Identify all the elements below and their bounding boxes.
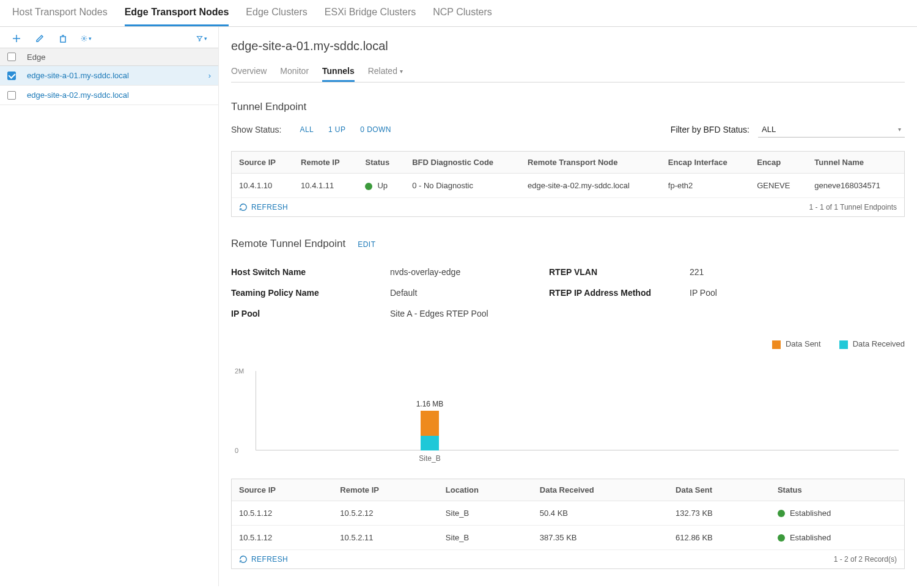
kv-ip-pool-val: Site A - Edges RTEP Pool xyxy=(390,309,549,318)
col-source-ip[interactable]: Source IP xyxy=(232,152,293,174)
tab-host-transport-nodes[interactable]: Host Transport Nodes xyxy=(12,0,108,26)
filter-icon[interactable]: ▾ xyxy=(196,33,207,44)
kv-ip-method-label: RTEP IP Address Method xyxy=(549,288,690,298)
table-row[interactable]: 10.4.1.10 10.4.1.11 Up 0 - No Diagnostic… xyxy=(232,174,904,198)
list-item[interactable]: edge-site-a-02.my-sddc.local xyxy=(0,86,218,105)
ytick-top: 2M xyxy=(235,367,244,375)
col-status[interactable]: Status xyxy=(358,152,405,174)
legend-recv-label: Data Received xyxy=(853,339,905,348)
cell-remote-ip: 10.5.2.12 xyxy=(333,501,438,525)
refresh-label: REFRESH xyxy=(251,555,288,564)
cell-status: Established xyxy=(770,501,904,525)
cell-tunnel-name: geneve168034571 xyxy=(807,174,904,198)
kv-rtep-vlan-label: RTEP VLAN xyxy=(549,267,690,277)
kv-teaming-val: Default xyxy=(390,288,549,298)
col-data-sent[interactable]: Data Sent xyxy=(668,479,770,501)
rtep-table: Source IP Remote IP Location Data Receiv… xyxy=(231,479,905,569)
cell-sent: 612.86 KB xyxy=(668,525,770,549)
cell-encap-if: fp-eth2 xyxy=(661,174,749,198)
cell-remote-ip: 10.5.2.11 xyxy=(333,525,438,549)
chevron-right-icon: › xyxy=(208,71,211,80)
edge-name: edge-site-a-02.my-sddc.local xyxy=(27,90,129,100)
col-encap[interactable]: Encap xyxy=(749,152,807,174)
bar-top-label: 1.16 MB xyxy=(416,400,444,408)
left-toolbar: ▾ ▾ xyxy=(0,27,218,48)
select-all-checkbox[interactable] xyxy=(7,53,16,61)
row-checkbox[interactable] xyxy=(7,72,16,80)
rtep-properties: Host Switch Name nvds-overlay-edge RTEP … xyxy=(231,267,905,318)
status-filter-all[interactable]: ALL xyxy=(300,125,314,134)
show-status-row: Show Status: ALL 1 UP 0 DOWN Filter by B… xyxy=(231,122,905,138)
col-remote-node[interactable]: Remote Transport Node xyxy=(520,152,661,174)
tab-ncp-clusters[interactable]: NCP Clusters xyxy=(433,0,492,26)
cell-encap: GENEVE xyxy=(749,174,807,198)
col-encap-if[interactable]: Encap Interface xyxy=(661,152,749,174)
tab-esxi-bridge-clusters[interactable]: ESXi Bridge Clusters xyxy=(325,0,416,26)
list-header: Edge xyxy=(0,48,218,66)
bfd-filter-label: Filter by BFD Status: xyxy=(671,125,749,134)
svg-point-0 xyxy=(83,38,85,40)
bar-recv-segment xyxy=(421,436,439,450)
rtep-edit-button[interactable]: EDIT xyxy=(358,240,375,249)
cell-location: Site_B xyxy=(438,525,532,549)
tab-edge-transport-nodes[interactable]: Edge Transport Nodes xyxy=(125,0,229,26)
col-bfd[interactable]: BFD Diagnostic Code xyxy=(405,152,520,174)
rtep-title: Remote Tunnel Endpoint xyxy=(231,238,345,250)
y-axis xyxy=(256,371,256,450)
col-remote-ip[interactable]: Remote IP xyxy=(293,152,358,174)
ytick-bottom: 0 xyxy=(235,447,238,454)
status-text: Established xyxy=(790,533,831,542)
cell-source-ip: 10.5.1.12 xyxy=(232,525,333,549)
col-remote-ip[interactable]: Remote IP xyxy=(333,479,438,501)
add-icon[interactable] xyxy=(11,33,22,44)
cell-sent: 132.73 KB xyxy=(668,501,770,525)
cell-status: Established xyxy=(770,525,904,549)
status-filter-down[interactable]: 0 DOWN xyxy=(360,125,391,134)
col-status[interactable]: Status xyxy=(770,479,904,501)
tunnel-endpoint-title: Tunnel Endpoint xyxy=(231,101,905,113)
chart-bar[interactable]: 1.16 MB Site_B xyxy=(421,411,439,450)
refresh-icon xyxy=(239,555,248,564)
table-row[interactable]: 10.5.1.12 10.5.2.11 Site_B 387.35 KB 612… xyxy=(232,525,904,549)
left-panel: ▾ ▾ Edge edge-site-a-01.my-sddc.local › … xyxy=(0,27,219,586)
legend-sent-label: Data Sent xyxy=(786,339,821,348)
tab-edge-clusters[interactable]: Edge Clusters xyxy=(246,0,308,26)
col-tunnel-name[interactable]: Tunnel Name xyxy=(807,152,904,174)
table-row[interactable]: 10.5.1.12 10.5.2.12 Site_B 50.4 KB 132.7… xyxy=(232,501,904,525)
detail-sub-tabs: Overview Monitor Tunnels Related ▾ xyxy=(231,62,905,83)
settings-icon[interactable]: ▾ xyxy=(81,33,92,44)
col-location[interactable]: Location xyxy=(438,479,532,501)
col-data-received[interactable]: Data Received xyxy=(532,479,668,501)
sub-tab-overview[interactable]: Overview xyxy=(231,62,267,82)
delete-icon[interactable] xyxy=(57,33,68,44)
bar-sent-segment xyxy=(421,411,439,436)
table-footer-count: 1 - 1 of 1 Tunnel Endpoints xyxy=(809,203,897,211)
detail-title: edge-site-a-01.my-sddc.local xyxy=(231,39,905,53)
row-checkbox[interactable] xyxy=(7,91,16,100)
legend-data-received: Data Received xyxy=(839,339,905,349)
cell-recv: 387.35 KB xyxy=(532,525,668,549)
chevron-down-icon: ▾ xyxy=(400,68,403,75)
show-status-label: Show Status: xyxy=(231,125,282,134)
refresh-label: REFRESH xyxy=(251,203,288,211)
sub-tab-monitor[interactable]: Monitor xyxy=(280,62,309,82)
list-item[interactable]: edge-site-a-01.my-sddc.local › xyxy=(0,66,218,86)
rtep-chart: 2M 0 1.16 MB Site_B xyxy=(256,371,899,450)
col-source-ip[interactable]: Source IP xyxy=(232,479,333,501)
kv-ip-pool-label: IP Pool xyxy=(231,309,390,318)
refresh-button[interactable]: REFRESH xyxy=(239,203,288,211)
sub-tab-related-label: Related xyxy=(368,66,397,76)
status-filter-up[interactable]: 1 UP xyxy=(328,125,345,134)
edit-icon[interactable] xyxy=(34,33,45,44)
cell-remote-node: edge-site-a-02.my-sddc.local xyxy=(520,174,661,198)
bfd-filter-select[interactable]: ALL ▾ xyxy=(758,122,905,138)
sub-tab-related[interactable]: Related ▾ xyxy=(368,62,403,82)
legend-data-sent: Data Sent xyxy=(772,339,821,349)
refresh-button[interactable]: REFRESH xyxy=(239,555,288,564)
tunnel-endpoint-table: Source IP Remote IP Status BFD Diagnosti… xyxy=(231,151,905,217)
bar-category-label: Site_B xyxy=(419,454,440,463)
sub-tab-tunnels[interactable]: Tunnels xyxy=(322,62,355,82)
cell-status: Up xyxy=(358,174,405,198)
cell-remote-ip: 10.4.1.11 xyxy=(293,174,358,198)
kv-host-switch-label: Host Switch Name xyxy=(231,267,390,277)
